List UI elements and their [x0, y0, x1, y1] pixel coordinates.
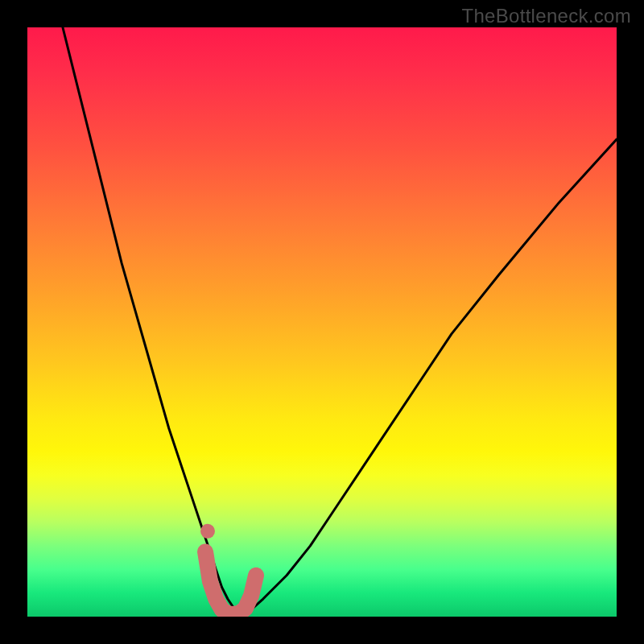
- watermark-text: TheBottleneck.com: [461, 5, 631, 27]
- plot-background: [27, 27, 617, 617]
- chart-frame: TheBottleneck.com: [0, 0, 644, 644]
